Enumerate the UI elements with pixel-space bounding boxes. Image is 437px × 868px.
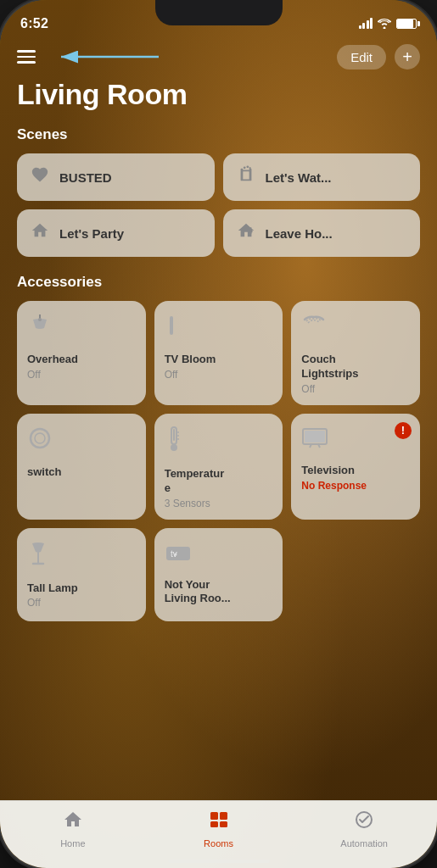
automation-tab-icon bbox=[354, 810, 374, 835]
menu-container bbox=[17, 45, 163, 69]
scenes-section-label: Scenes bbox=[17, 126, 420, 143]
accessory-tv-bloom[interactable]: TV Bloom Off bbox=[154, 301, 283, 405]
heart-icon bbox=[31, 165, 49, 189]
svg-rect-27 bbox=[210, 821, 218, 827]
overhead-lamp-icon bbox=[27, 313, 53, 344]
status-icons bbox=[359, 19, 417, 29]
phone-frame: 6:52 bbox=[0, 0, 437, 868]
party-house-icon bbox=[31, 221, 49, 245]
couch-lightstrips-status: Off bbox=[301, 383, 315, 395]
svg-point-6 bbox=[38, 318, 42, 321]
notch bbox=[155, 0, 283, 25]
scene-busted[interactable]: BUSTED bbox=[17, 153, 215, 201]
svg-rect-26 bbox=[220, 812, 227, 820]
svg-rect-25 bbox=[210, 812, 218, 820]
svg-point-12 bbox=[171, 444, 177, 451]
home-tab-icon bbox=[63, 810, 83, 835]
tall-lamp-name: Tall Lamp bbox=[27, 581, 78, 596]
battery-icon bbox=[396, 19, 417, 29]
top-bar: Edit + bbox=[17, 37, 420, 78]
svg-rect-28 bbox=[220, 821, 227, 827]
main-content: Edit + Living Room Scenes BUSTED bbox=[0, 37, 437, 809]
svg-point-9 bbox=[35, 433, 45, 443]
tv-bloom-status: Off bbox=[165, 369, 178, 381]
television-status: No Response bbox=[301, 480, 367, 492]
tall-lamp-icon bbox=[27, 540, 49, 573]
switch-icon bbox=[27, 426, 53, 457]
home-tab-label: Home bbox=[60, 838, 85, 849]
rooms-tab-label: Rooms bbox=[204, 838, 233, 849]
accessory-switch[interactable]: switch bbox=[17, 414, 146, 520]
svg-point-8 bbox=[31, 429, 49, 448]
popcorn-icon bbox=[237, 165, 255, 189]
accessory-overhead[interactable]: Overhead Off bbox=[17, 301, 146, 405]
arrow-indicator bbox=[44, 45, 163, 69]
svg-point-2 bbox=[243, 166, 245, 169]
temperature-status: 3 Sensors bbox=[165, 498, 210, 509]
svg-point-4 bbox=[249, 167, 250, 169]
scene-lets-watch-label: Let's Wat... bbox=[266, 170, 332, 185]
scene-lets-party[interactable]: Let's Party bbox=[17, 209, 215, 257]
wifi-icon bbox=[378, 19, 391, 29]
status-time: 6:52 bbox=[20, 16, 48, 31]
warning-badge: ! bbox=[395, 422, 412, 439]
edit-button[interactable]: Edit bbox=[337, 45, 386, 70]
accessories-grid: Overhead Off TV Bloom Off bbox=[17, 301, 420, 621]
svg-point-3 bbox=[246, 165, 249, 168]
tab-automation[interactable]: Automation bbox=[291, 810, 437, 849]
automation-tab-label: Automation bbox=[340, 838, 388, 849]
svg-rect-7 bbox=[170, 316, 173, 335]
accessory-appletv[interactable]: tv Not YourLiving Roo... bbox=[154, 528, 283, 621]
scene-busted-label: BUSTED bbox=[59, 170, 112, 185]
accessory-television[interactable]: ! Television No Response bbox=[291, 414, 420, 520]
menu-button[interactable] bbox=[17, 50, 36, 64]
tv-bloom-name: TV Bloom bbox=[165, 353, 216, 367]
svg-point-24 bbox=[174, 553, 176, 555]
scene-leave-home[interactable]: Leave Ho... bbox=[223, 209, 421, 257]
switch-name: switch bbox=[27, 465, 61, 480]
temperature-name: Temperature bbox=[165, 467, 225, 496]
scene-lets-party-label: Let's Party bbox=[59, 226, 124, 241]
leave-home-icon bbox=[237, 221, 255, 245]
tab-bar: Home Rooms bbox=[0, 800, 437, 868]
page-title: Living Room bbox=[17, 78, 420, 111]
television-icon bbox=[301, 426, 328, 455]
rooms-tab-icon bbox=[209, 810, 229, 835]
accessory-tall-lamp[interactable]: Tall Lamp Off bbox=[17, 528, 146, 621]
svg-rect-11 bbox=[173, 429, 175, 441]
scene-lets-watch[interactable]: Let's Wat... bbox=[223, 153, 421, 201]
svg-rect-17 bbox=[305, 431, 325, 442]
couch-lightstrips-icon bbox=[301, 313, 327, 344]
accessory-couch-lightstrips[interactable]: CouchLightstrips Off bbox=[291, 301, 420, 405]
add-button[interactable]: + bbox=[395, 44, 420, 70]
appletv-name: Not YourLiving Roo... bbox=[165, 578, 231, 607]
battery-fill bbox=[397, 19, 413, 28]
phone-screen: 6:52 bbox=[0, 0, 437, 868]
scene-leave-home-label: Leave Ho... bbox=[266, 226, 333, 241]
signal-icon bbox=[359, 19, 373, 29]
tall-lamp-status: Off bbox=[27, 597, 41, 609]
couch-lightstrips-name: CouchLightstrips bbox=[301, 353, 358, 381]
temperature-icon bbox=[165, 426, 183, 459]
overhead-status: Off bbox=[27, 369, 41, 381]
overhead-name: Overhead bbox=[27, 353, 78, 367]
appletv-icon: tv bbox=[165, 540, 192, 570]
top-bar-right: Edit + bbox=[337, 44, 420, 70]
tv-bloom-icon bbox=[165, 313, 178, 344]
scenes-grid: BUSTED Let's Wat... bbox=[17, 153, 420, 257]
television-name: Television bbox=[301, 464, 355, 478]
accessories-section-label: Accessories bbox=[17, 274, 420, 291]
accessory-temperature[interactable]: Temperature 3 Sensors bbox=[154, 414, 283, 520]
tab-rooms[interactable]: Rooms bbox=[146, 810, 292, 849]
tab-home[interactable]: Home bbox=[0, 810, 146, 849]
